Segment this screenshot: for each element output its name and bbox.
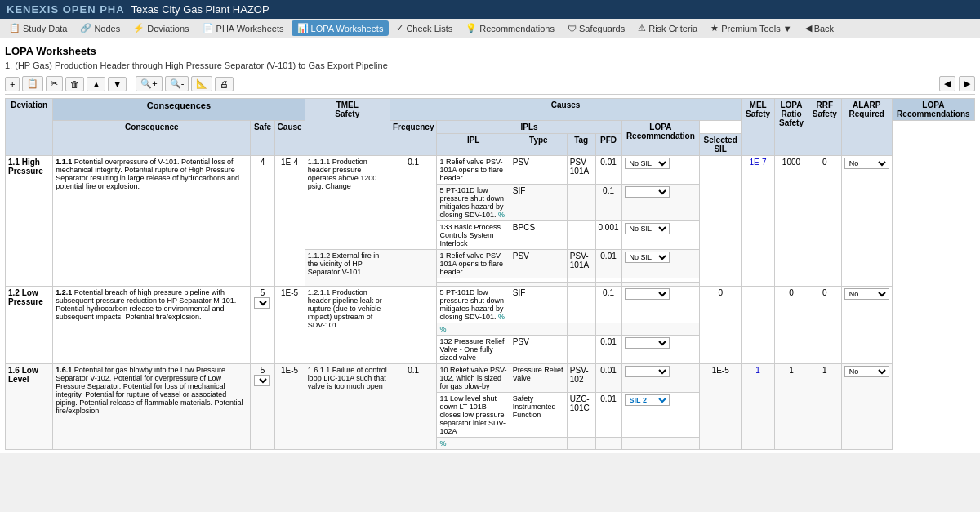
sil-select-8[interactable]: SIL 2: [625, 394, 670, 406]
nav-recommendations[interactable]: 💡 Recommendations: [460, 20, 560, 36]
pfd-1-2-1-1-2: [595, 323, 621, 336]
nav-study-data-label: Study Data: [23, 24, 67, 33]
consequence-1-6-1: 1.6.1 Potential for gas blowby into the …: [53, 364, 251, 450]
th-rrf: RRF Safety: [808, 99, 841, 156]
sil-select-1[interactable]: No SIL: [625, 158, 670, 169]
consequence-1-2-1: 1.2.1 Potential breach of high pressure …: [53, 287, 251, 364]
print-button[interactable]: 🖨: [215, 77, 234, 91]
pfd-1-1-1-1-1: 0.01: [595, 156, 621, 185]
alarp-1-2: 0: [808, 287, 841, 364]
lopa-rec-1-1: No: [841, 156, 892, 287]
tag-1-6-1-1-2: UZC-101C: [567, 393, 595, 438]
sil-select-5[interactable]: [625, 288, 670, 300]
nav-safeguards[interactable]: 🛡 Safeguards: [562, 21, 630, 36]
lopa-rec-1-2: No: [841, 287, 892, 364]
toolbar-separator-1: [131, 77, 131, 91]
th-cause: Cause: [274, 121, 305, 156]
page-nav-right[interactable]: ▶: [959, 76, 975, 91]
ipl-1-2-1-1-3: 132 Pressure Relief Valve - One fully si…: [437, 336, 510, 364]
move-down-button[interactable]: ▼: [108, 77, 127, 91]
mel-1-1: [700, 156, 742, 287]
lopa-rec-select-3[interactable]: No: [844, 366, 889, 377]
cut-button[interactable]: ✂: [46, 76, 63, 91]
safe-1-6: 5 ▼: [251, 364, 274, 450]
pfd-1-1-1-1-2: 0.1: [595, 185, 621, 221]
tag-1-6-1-1-1: PSV-102: [567, 364, 595, 393]
type-1-6-1-1-2: Safety Instrumented Function: [510, 393, 567, 438]
sil-1-2-1-1-1: [621, 287, 700, 323]
sil-select-3[interactable]: No SIL: [625, 223, 670, 234]
th-lopa-recommendation: LOPA Recommendation: [621, 121, 700, 156]
mel-1-6: 1E-5: [700, 364, 742, 450]
safe-select-1-2[interactable]: ▼: [254, 297, 270, 309]
toolbar: + 📋 ✂ 🗑 ▲ ▼ 🔍+ 🔍- 📐 🖨 ◀ ▶: [5, 73, 975, 95]
pfd-1-1-1-2-1: 0.01: [595, 250, 621, 278]
th-frequency: Frequency: [390, 121, 437, 156]
nav-premium-tools[interactable]: ★ Premium Tools ▼: [705, 20, 798, 36]
sil-1-6-1-1-3: [621, 438, 700, 450]
th-safe: Safe: [251, 121, 274, 156]
brand-logo: Kenexis Open PHA: [7, 3, 125, 16]
rrf-1-1: 1000: [775, 156, 808, 287]
deviations-icon: ⚡: [133, 23, 145, 33]
sil-1-2-1-1-2: [621, 323, 700, 336]
th-type: Type: [510, 134, 567, 156]
zoom-in-button[interactable]: 🔍+: [136, 76, 162, 91]
th-causes-group: Causes: [390, 99, 741, 121]
ipl-1-1-1-2-1: 1 Relief valve PSV-101A opens to flare h…: [437, 250, 510, 278]
pfd-1-1-1-1-3: 0.001: [595, 221, 621, 250]
type-1-1-1-1-3: BPCS: [510, 221, 567, 250]
nav-lopa-worksheets[interactable]: 📊 LOPA Worksheets: [292, 20, 390, 36]
nav-bar: 📋 Study Data 🔗 Nodes ⚡ Deviations 📄 PHA …: [0, 19, 980, 38]
type-1-2-1-1-2: [510, 323, 567, 336]
sil-1-6-1-1-1: [621, 364, 700, 393]
delete-button[interactable]: 🗑: [65, 77, 84, 91]
nav-nodes[interactable]: 🔗 Nodes: [74, 20, 126, 36]
sil-select-4[interactable]: No SIL: [625, 252, 670, 263]
cause-1-6-1-1: 1.6.1.1 Failure of control loop LIC-101A…: [305, 364, 390, 450]
deviation-1-1: 1.1 High Pressure: [6, 156, 53, 287]
checklists-icon: ✓: [396, 23, 403, 33]
safe-select-1-6[interactable]: ▼: [254, 375, 270, 386]
move-up-button[interactable]: ▲: [87, 77, 105, 91]
sil-select-7[interactable]: [625, 366, 670, 377]
rrf-1-2: 0: [775, 287, 808, 364]
tmel-1-6: 1E-5: [274, 364, 305, 450]
lopa-ratio-1-2: [742, 287, 775, 364]
nav-risk-criteria[interactable]: ⚠ Risk Criteria: [632, 20, 703, 36]
nav-premium-label: Premium Tools ▼: [721, 24, 792, 33]
nav-pha-label: PHA Worksheets: [216, 24, 284, 33]
th-selected-sil: Selected SIL: [700, 134, 742, 156]
alarp-1-1: 0: [808, 156, 841, 287]
fit-button[interactable]: 📐: [191, 76, 212, 91]
sil-select-6[interactable]: [625, 337, 670, 349]
lopa-rec-1-6: No: [841, 364, 892, 450]
th-lopa-rec-group: LOPA Recommendations: [892, 99, 974, 121]
nav-back[interactable]: ◀ Back: [800, 20, 840, 36]
nav-nodes-label: Nodes: [94, 24, 120, 33]
ipl-1-6-1-1-1: 10 Relief valve PSV-102, which is sized …: [437, 364, 510, 393]
tag-1-2-1-1-3: [567, 336, 595, 364]
ipl-1-1-1-1-2: 5 PT-101D low pressure shut down mitigat…: [437, 185, 510, 221]
lopa-rec-select-2[interactable]: No: [844, 288, 889, 300]
sil-select-2[interactable]: [625, 186, 670, 198]
nav-deviations[interactable]: ⚡ Deviations: [127, 20, 194, 36]
cause-1-2-1-1: 1.2.1.1 Production header pipeline leak …: [305, 287, 390, 364]
nav-study-data[interactable]: 📋 Study Data: [3, 20, 73, 36]
zoom-out-button[interactable]: 🔍-: [165, 76, 189, 91]
th-tmel: TMELSafety: [305, 99, 390, 156]
app-title: Texas City Gas Plant HAZOP: [131, 3, 270, 16]
lopa-rec-select-1[interactable]: No: [844, 158, 889, 169]
page-nav-left[interactable]: ◀: [939, 76, 956, 91]
freq-1-2-1-1: [390, 287, 437, 364]
nav-pha-worksheets[interactable]: 📄 PHA Worksheets: [197, 20, 290, 36]
type-1-2-1-1-3: PSV: [510, 336, 567, 364]
copy-button[interactable]: 📋: [22, 76, 43, 91]
table-row: 1.2 Low Pressure 1.2.1 Potential breach …: [6, 287, 975, 323]
nav-check-lists[interactable]: ✓ Check Lists: [390, 20, 458, 36]
tag-1-1-1-2-1: PSV-101A: [567, 250, 595, 278]
pfd-1-2-1-1-1: 0.1: [595, 287, 621, 323]
lopa-ratio-1-6: 1: [742, 364, 775, 450]
add-button[interactable]: +: [5, 77, 20, 91]
lopa-ratio-1-1: 1E-7: [742, 156, 775, 287]
